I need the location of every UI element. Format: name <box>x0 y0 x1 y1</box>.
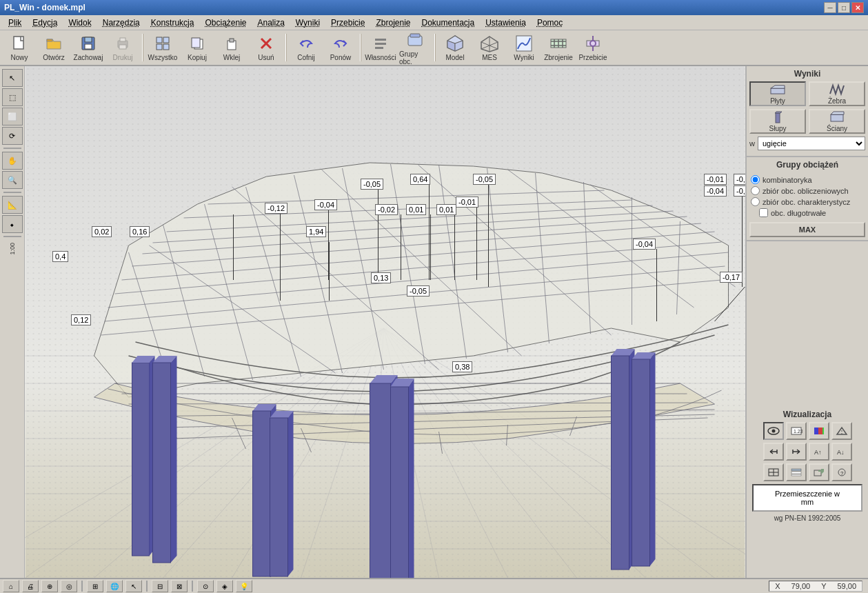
viz-num-button[interactable]: 1.23 <box>786 422 807 440</box>
value-label-v13: 0,01 <box>436 204 456 215</box>
viz-eye-button[interactable] <box>763 422 784 440</box>
viz-arrow-right-button[interactable] <box>786 443 807 461</box>
menu-wyniki[interactable]: Wyniki <box>290 17 325 29</box>
sb-mesh-button[interactable]: ⊠ <box>171 580 188 592</box>
menu-konstrukcja[interactable]: Konstrukcja <box>145 17 200 29</box>
toolbar-grupy-button[interactable]: Grupy obc. <box>398 32 432 63</box>
max-button[interactable]: MAX <box>749 222 865 237</box>
sb-sep-1 <box>81 581 83 592</box>
sb-view1-button[interactable]: ⊕ <box>41 580 58 592</box>
sb-globe-button[interactable]: 🌐 <box>106 580 123 592</box>
viz-color-button[interactable] <box>809 422 829 440</box>
menu-narzedzia[interactable]: Narzędzia <box>97 17 145 29</box>
toolbar-wlasnosci-button[interactable]: Własności <box>364 32 397 63</box>
toolbar-wszystko-button[interactable]: Wszystko <box>146 32 179 63</box>
menu-widok[interactable]: Widok <box>63 17 97 29</box>
close-button[interactable]: ✕ <box>851 2 864 13</box>
lt-cursor-button[interactable]: ↖ <box>2 69 23 87</box>
viz-tilt-button[interactable] <box>831 422 852 440</box>
menu-przebicie[interactable]: Przebicie <box>325 17 370 29</box>
sb-snap2-button[interactable]: ◈ <box>216 580 233 592</box>
svg-text:1.23: 1.23 <box>794 429 803 434</box>
menu-edycja[interactable]: Edycja <box>27 17 63 29</box>
sb-view2-button[interactable]: ◎ <box>61 580 77 592</box>
menu-zbrojenie[interactable]: Zbrojenie <box>370 17 416 29</box>
menu-ustawienia[interactable]: Ustawienia <box>480 17 532 29</box>
svg-rect-8 <box>157 37 162 43</box>
plyty-button[interactable]: Płyty <box>749 81 806 106</box>
slupy-button[interactable]: Słupy <box>749 109 806 134</box>
svg-rect-126 <box>370 383 391 578</box>
column-6 <box>391 379 414 578</box>
grupy-title: Grupy obciążeń <box>749 160 865 170</box>
viz-grid-button[interactable] <box>763 463 784 481</box>
lt-pan-button[interactable]: ✋ <box>2 152 23 170</box>
viz-table-button[interactable] <box>786 463 807 481</box>
lt-select-button[interactable]: ⬚ <box>2 88 23 106</box>
viz-export-button[interactable] <box>809 463 829 481</box>
x-label: X <box>775 582 780 590</box>
lt-rotate-button[interactable]: ⟳ <box>2 127 23 145</box>
toolbar-mes-button[interactable]: MES <box>473 32 506 63</box>
lt-measure-button[interactable]: 📐 <box>2 196 23 214</box>
svg-rect-168 <box>822 428 824 434</box>
menu-dokumentacja[interactable]: Dokumentacja <box>416 17 480 29</box>
svg-text:A↑: A↑ <box>814 449 822 456</box>
przebicie-label: Przebicie <box>578 54 607 61</box>
slupy-label: Słupy <box>769 125 786 132</box>
zebra-button[interactable]: Żebra <box>809 81 865 106</box>
menu-plik[interactable]: Plik <box>3 17 27 29</box>
value-label-v11: -0,02 <box>375 204 398 215</box>
radio-zbior-oblicz-input[interactable] <box>751 186 760 195</box>
sb-home-button[interactable]: ⌂ <box>3 580 19 592</box>
viz-arrow-left-button[interactable] <box>763 443 784 461</box>
radio-kombinatoryka-input[interactable] <box>751 175 760 184</box>
sb-grid-button[interactable]: ⊟ <box>152 580 168 592</box>
viz-az-button[interactable]: A↓ <box>831 443 852 461</box>
minimize-button[interactable]: ─ <box>824 2 836 13</box>
viewport[interactable]: 0,02 0,16 0,12 0,4 -0,12 -0,04 1,94 -0,0… <box>25 66 745 578</box>
column-7 <box>612 349 635 570</box>
sb-print-button[interactable]: 🖨 <box>22 580 39 592</box>
checkbox-dlugotrwale-input[interactable] <box>759 208 768 217</box>
lt-select2-button[interactable]: ⬜ <box>2 108 23 125</box>
toolbar-ponow-button[interactable]: Ponów <box>324 32 357 63</box>
viz-help-button[interactable]: ? <box>831 463 852 481</box>
sciany-button[interactable]: Ściany <box>809 109 865 134</box>
menu-analiza[interactable]: Analiza <box>252 17 290 29</box>
lt-zoom-button[interactable]: 🔍 <box>2 171 23 189</box>
drukuj-label: Drukuj <box>113 54 133 61</box>
viz-ai-button[interactable]: A↑ <box>809 443 829 461</box>
maximize-button[interactable]: □ <box>838 2 850 13</box>
ugięcie-select[interactable]: ugięcie <box>758 137 865 150</box>
toolbar-kopiuj-button[interactable]: Kopiuj <box>181 32 214 63</box>
toolbar-wklej-button[interactable]: Wklej <box>215 32 248 63</box>
toolbar-zbrojenie-button[interactable]: Zbrojenie <box>542 32 575 63</box>
radio-zbior-char-input[interactable] <box>751 197 760 206</box>
toolbar-wyniki-button[interactable]: Wyniki <box>507 32 541 63</box>
zachowaj-label: Zachowaj <box>74 54 103 61</box>
sb-snap-button[interactable]: ⊙ <box>197 580 214 592</box>
toolbar-przebicie-button[interactable]: Przebicie <box>576 32 609 63</box>
sb-light-button[interactable]: 💡 <box>236 580 252 592</box>
toolbar-cofnij-button[interactable]: Cofnij <box>290 32 323 63</box>
toolbar-usun-button[interactable]: Usuń <box>250 32 283 63</box>
value-label-v1: 0,02 <box>92 226 112 237</box>
sb-select-button[interactable]: ⊞ <box>87 580 103 592</box>
menu-obciazenie[interactable]: Obciążenie <box>199 17 252 29</box>
cofnij-label: Cofnij <box>297 54 315 61</box>
menu-pomoc[interactable]: Pomoc <box>532 17 568 29</box>
toolbar-nowy-button[interactable]: Nowy <box>3 32 36 63</box>
wyniki-title: Wyniki <box>749 69 865 79</box>
value-label-v9: 0,64 <box>410 174 430 185</box>
svg-rect-9 <box>163 37 169 43</box>
value-label-v2: 0,16 <box>130 226 150 237</box>
toolbar-otworz-button[interactable]: Otwórz <box>37 32 70 63</box>
zebra-label: Żebra <box>828 97 846 105</box>
toolbar-model-button[interactable]: Model <box>438 32 472 63</box>
lt-node-button[interactable]: ⬥ <box>2 215 23 233</box>
radio-group: kombinatoryka zbiór obc. obliczeniowych … <box>749 172 865 222</box>
sb-cursor-button[interactable]: ↖ <box>125 580 142 592</box>
toolbar-zachowaj-button[interactable]: Zachowaj <box>72 32 105 63</box>
svg-marker-182 <box>818 469 824 474</box>
